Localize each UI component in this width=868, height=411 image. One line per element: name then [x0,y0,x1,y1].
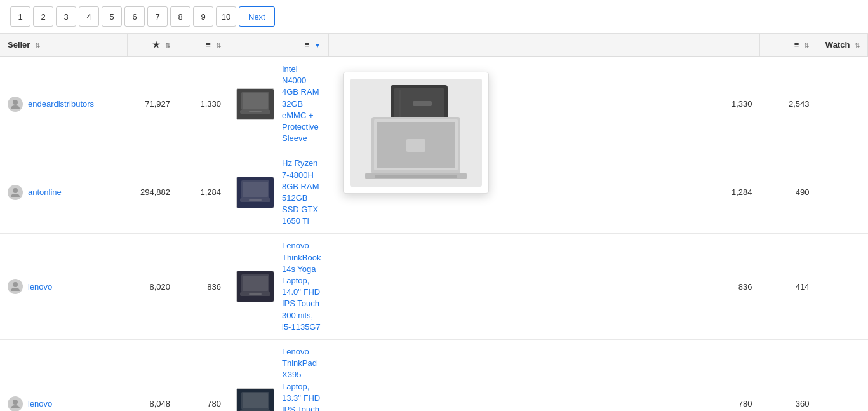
svg-point-10 [13,282,18,287]
sold-sort-icon: ▼ [314,42,321,49]
seller-cell: antonline [0,151,127,234]
product-thumbnail[interactable] [236,271,274,302]
page-4-button[interactable]: 4 [79,6,99,27]
col-header-sold[interactable]: ≡ ▼ [229,34,328,57]
seller-avatar [8,185,23,200]
seller-name[interactable]: antonline [28,187,62,197]
product-thumbnail[interactable] [236,177,274,208]
product-cell: Hz Ryzen 7-4800H 8GB RAM 512GB SSD GTX 1… [229,151,328,234]
seller-avatar [8,279,23,294]
product-cell: Lenovo ThinkBook 14s Yoga Laptop, 14.0" … [229,234,328,340]
watch-sort-icon: ⇅ [855,42,860,49]
sold-count: 1,284 [178,151,229,234]
svg-point-0 [13,100,18,105]
col-header-watch[interactable]: Watch ⇅ [817,34,868,57]
svg-rect-14 [249,293,262,295]
svg-rect-12 [243,276,268,291]
product-thumbnail[interactable] [236,388,274,411]
watch-count: 490 [760,151,817,234]
watch-count: 414 [760,234,817,340]
seller-name[interactable]: endeardistributors [28,99,94,109]
feedback-count: 71,927 [127,57,178,151]
next-page-button[interactable]: Next [239,6,275,27]
product-thumbnail[interactable] [236,88,274,120]
page-7-button[interactable]: 7 [147,6,168,27]
seller-cell: endeardistributors [0,57,127,151]
svg-rect-2 [243,93,268,109]
svg-point-5 [13,188,18,193]
pagination-bar: 1 2 3 4 5 6 7 8 9 10 Next [0,0,868,34]
page-5-button[interactable]: 5 [102,6,122,27]
feedback-sort-icon: ⇅ [216,42,221,49]
seller-name[interactable]: lenovo [28,282,52,292]
product-tooltip-image [352,82,479,184]
available-count: 780 [328,339,759,411]
seller-cell: lenovo [0,234,127,340]
seller-avatar [8,97,23,112]
col-header-feedback[interactable]: ≡ ⇅ [178,34,229,57]
page-3-button[interactable]: 3 [56,6,76,27]
col-header-product [328,34,759,57]
svg-rect-33 [413,101,432,106]
page-2-button[interactable]: 2 [33,6,53,27]
feedback-count: 8,020 [127,234,178,340]
seller-cell: lenovo [0,339,127,411]
available-sort-icon: ⇅ [804,42,809,49]
seller-sort-icon: ⇅ [35,42,40,49]
product-title[interactable]: Lenovo ThinkBook 14s Yoga Laptop, 14.0" … [282,240,321,333]
table-row: lenovo 8,048780 Lenovo ThinkPad X395 Lap… [0,339,868,411]
product-title[interactable]: Intel N4000 4GB RAM 32GB eMMC + Protecti… [282,64,321,144]
product-cell: Lenovo ThinkPad X395 Laptop, 13.3" FHD I… [229,339,328,411]
tooltip-image-container [350,79,482,187]
product-title[interactable]: Hz Ryzen 7-4800H 8GB RAM 512GB SSD GTX 1… [282,158,321,227]
col-header-stars[interactable]: ★ ⇅ [127,34,178,57]
product-image-tooltip [343,72,489,194]
col-header-seller[interactable]: Seller ⇅ [0,34,127,57]
product-title[interactable]: Lenovo ThinkPad X395 Laptop, 13.3" FHD I… [282,346,321,411]
feedback-count: 294,882 [127,151,178,234]
available-count: 836 [328,234,759,340]
watch-count: 2,543 [760,57,817,151]
seller-avatar [8,396,23,411]
page-1-button[interactable]: 1 [10,6,30,27]
svg-point-15 [13,400,18,405]
svg-rect-39 [375,175,457,178]
svg-rect-37 [406,139,425,152]
sold-count: 836 [178,234,229,340]
product-cell: Intel N4000 4GB RAM 32GB eMMC + Protecti… [229,57,328,151]
page-9-button[interactable]: 9 [193,6,213,27]
watch-count: 360 [760,339,817,411]
table-row: lenovo 8,020836 Lenovo ThinkBook 14s Yog… [0,234,868,340]
page-8-button[interactable]: 8 [170,6,190,27]
svg-rect-4 [249,111,262,112]
sold-count: 780 [178,339,229,411]
page-6-button[interactable]: 6 [124,6,145,27]
seller-name[interactable]: lenovo [28,399,52,408]
sold-count: 1,330 [178,57,229,151]
product-table-container: Seller ⇅ ★ ⇅ ≡ ⇅ ≡ ▼ ≡ ⇅ [0,34,868,411]
svg-rect-7 [243,182,268,197]
page-10-button[interactable]: 10 [216,6,236,27]
svg-rect-17 [243,393,268,408]
stars-sort-icon: ⇅ [165,42,170,49]
feedback-count: 8,048 [127,339,178,411]
col-header-available[interactable]: ≡ ⇅ [760,34,817,57]
svg-rect-9 [249,199,262,201]
